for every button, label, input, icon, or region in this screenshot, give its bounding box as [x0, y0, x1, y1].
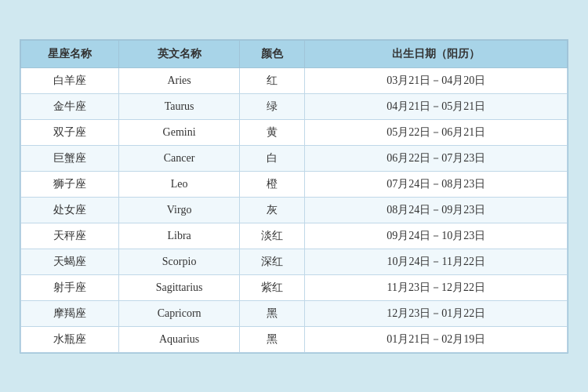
cell-english: Gemini — [119, 119, 239, 145]
header-english: 英文名称 — [119, 40, 239, 67]
cell-english: Taurus — [119, 93, 239, 119]
header-color: 颜色 — [239, 40, 305, 67]
cell-english: Capricorn — [119, 300, 239, 326]
cell-chinese: 双子座 — [21, 119, 119, 145]
table-body: 白羊座Aries红03月21日－04月20日金牛座Taurus绿04月21日－0… — [21, 67, 568, 352]
cell-date: 03月21日－04月20日 — [305, 67, 568, 93]
cell-date: 08月24日－09月23日 — [305, 197, 568, 223]
table-row: 巨蟹座Cancer白06月22日－07月23日 — [21, 145, 568, 171]
table-row: 处女座Virgo灰08月24日－09月23日 — [21, 197, 568, 223]
cell-date: 04月21日－05月21日 — [305, 93, 568, 119]
table-row: 射手座Sagittarius紫红11月23日－12月22日 — [21, 274, 568, 300]
cell-chinese: 金牛座 — [21, 93, 119, 119]
cell-chinese: 白羊座 — [21, 67, 119, 93]
cell-date: 10月24日－11月22日 — [305, 249, 568, 274]
cell-chinese: 水瓶座 — [21, 326, 119, 352]
cell-chinese: 射手座 — [21, 274, 119, 300]
cell-chinese: 处女座 — [21, 197, 119, 223]
cell-color: 黑 — [239, 326, 305, 352]
cell-english: Libra — [119, 223, 239, 249]
cell-color: 黄 — [239, 119, 305, 145]
cell-date: 11月23日－12月22日 — [305, 274, 568, 300]
cell-color: 橙 — [239, 171, 305, 197]
cell-chinese: 巨蟹座 — [21, 145, 119, 171]
table-row: 双子座Gemini黄05月22日－06月21日 — [21, 119, 568, 145]
cell-color: 红 — [239, 67, 305, 93]
cell-date: 12月23日－01月22日 — [305, 300, 568, 326]
table-row: 天秤座Libra淡红09月24日－10月23日 — [21, 223, 568, 249]
cell-color: 淡红 — [239, 223, 305, 249]
cell-english: Virgo — [119, 197, 239, 223]
cell-date: 09月24日－10月23日 — [305, 223, 568, 249]
cell-color: 黑 — [239, 300, 305, 326]
zodiac-table: 星座名称 英文名称 颜色 出生日期（阳历） 白羊座Aries红03月21日－04… — [20, 40, 568, 353]
cell-color: 深红 — [239, 249, 305, 274]
table-row: 水瓶座Aquarius黑01月21日－02月19日 — [21, 326, 568, 352]
cell-chinese: 摩羯座 — [21, 300, 119, 326]
cell-date: 06月22日－07月23日 — [305, 145, 568, 171]
cell-english: Leo — [119, 171, 239, 197]
cell-color: 白 — [239, 145, 305, 171]
table-row: 金牛座Taurus绿04月21日－05月21日 — [21, 93, 568, 119]
cell-english: Sagittarius — [119, 274, 239, 300]
zodiac-table-container: 星座名称 英文名称 颜色 出生日期（阳历） 白羊座Aries红03月21日－04… — [20, 39, 568, 354]
cell-date: 07月24日－08月23日 — [305, 171, 568, 197]
table-header-row: 星座名称 英文名称 颜色 出生日期（阳历） — [21, 40, 568, 67]
cell-chinese: 狮子座 — [21, 171, 119, 197]
header-chinese: 星座名称 — [21, 40, 119, 67]
cell-color: 灰 — [239, 197, 305, 223]
cell-chinese: 天秤座 — [21, 223, 119, 249]
cell-color: 紫红 — [239, 274, 305, 300]
table-row: 摩羯座Capricorn黑12月23日－01月22日 — [21, 300, 568, 326]
cell-date: 05月22日－06月21日 — [305, 119, 568, 145]
cell-date: 01月21日－02月19日 — [305, 326, 568, 352]
table-row: 白羊座Aries红03月21日－04月20日 — [21, 67, 568, 93]
cell-english: Aquarius — [119, 326, 239, 352]
table-row: 天蝎座Scorpio深红10月24日－11月22日 — [21, 249, 568, 274]
cell-english: Aries — [119, 67, 239, 93]
cell-english: Scorpio — [119, 249, 239, 274]
table-row: 狮子座Leo橙07月24日－08月23日 — [21, 171, 568, 197]
cell-color: 绿 — [239, 93, 305, 119]
cell-chinese: 天蝎座 — [21, 249, 119, 274]
header-date: 出生日期（阳历） — [305, 40, 568, 67]
cell-english: Cancer — [119, 145, 239, 171]
